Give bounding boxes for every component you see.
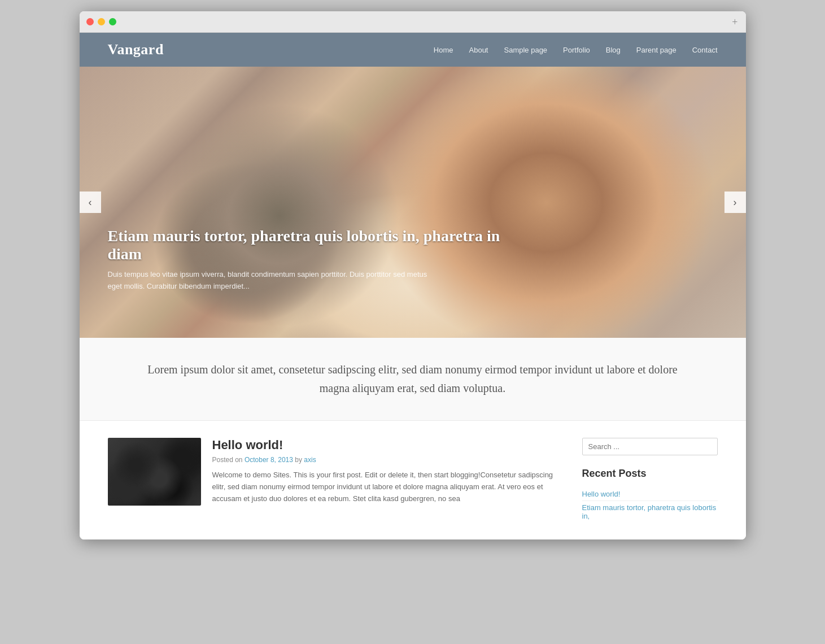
browser-window: + Vangard Home About Sample page Portfol… (80, 11, 746, 539)
by-text: by (295, 456, 302, 464)
nav-about[interactable]: About (469, 46, 488, 54)
hero-image (80, 67, 746, 338)
fullscreen-button[interactable] (109, 18, 116, 25)
site-header: Vangard Home About Sample page Portfolio… (80, 33, 746, 67)
close-button[interactable] (86, 18, 94, 25)
nav-sample[interactable]: Sample page (504, 46, 547, 54)
posted-on-label: Posted on (212, 456, 243, 464)
intro-text: Lorem ipsum dolor sit amet, consetetur s… (136, 360, 689, 398)
post-author-link[interactable]: axis (304, 456, 316, 464)
hero-overlay: Etiam mauris tortor, pharetra quis lobor… (108, 227, 718, 293)
nav-parent[interactable]: Parent page (636, 46, 676, 54)
hero-background (80, 67, 746, 338)
nav-blog[interactable]: Blog (606, 46, 621, 54)
site-nav: Home About Sample page Portfolio Blog Pa… (434, 46, 718, 54)
traffic-lights (86, 18, 116, 25)
post-item: Hello world! Posted on October 8, 2013 b… (108, 438, 560, 506)
site-title: Vangard (108, 41, 164, 58)
slider-prev-button[interactable]: ‹ (80, 192, 101, 213)
hero-title: Etiam mauris tortor, pharetra quis lobor… (108, 227, 503, 263)
post-excerpt: Welcome to demo Sites. This is your firs… (212, 469, 560, 504)
recent-post-2[interactable]: Etiam mauris tortor, pharetra quis lobor… (582, 501, 718, 523)
post-date-link[interactable]: October 8, 2013 (245, 456, 293, 464)
minimize-button[interactable] (98, 18, 105, 25)
posts-column: Hello world! Posted on October 8, 2013 b… (108, 438, 582, 523)
sidebar: Recent Posts Hello world! Etiam mauris t… (582, 438, 718, 523)
recent-post-1[interactable]: Hello world! (582, 488, 718, 501)
recent-posts-title: Recent Posts (582, 468, 718, 480)
search-input[interactable] (582, 438, 718, 455)
post-content: Hello world! Posted on October 8, 2013 b… (212, 438, 560, 506)
hero-description: Duis tempus leo vitae ipsum viverra, bla… (108, 269, 435, 293)
post-thumbnail (108, 438, 201, 506)
intro-section: Lorem ipsum dolor sit amet, consetetur s… (80, 338, 746, 421)
nav-portfolio[interactable]: Portfolio (563, 46, 590, 54)
expand-icon[interactable]: + (732, 17, 737, 27)
slider-next-button[interactable]: › (724, 192, 746, 213)
post-meta: Posted on October 8, 2013 by axis (212, 456, 560, 464)
window-chrome: + (80, 11, 746, 33)
nav-home[interactable]: Home (434, 46, 453, 54)
nav-contact[interactable]: Contact (692, 46, 718, 54)
hero-slider: ‹ › Etiam mauris tortor, pharetra quis l… (80, 67, 746, 338)
main-content: Hello world! Posted on October 8, 2013 b… (80, 421, 746, 539)
post-title: Hello world! (212, 438, 560, 452)
